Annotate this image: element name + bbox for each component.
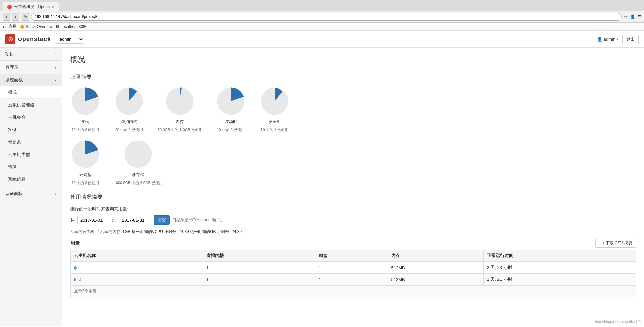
table-header-row: 云主机名称 虚拟内核 磁盘 内存 正常运行时间 — [71, 250, 636, 262]
localhost-favicon: 🖥 — [55, 24, 59, 29]
app: ⊙ openstack admin 👤 admin ▾ 退出 项目 › — [0, 31, 644, 326]
disk-tjt: 1 — [315, 262, 388, 274]
forward-button[interactable]: › — [12, 13, 19, 21]
url-input[interactable] — [31, 13, 622, 21]
chart-floating-ip-label: 浮动IP — [225, 119, 237, 125]
topbar: ⊙ openstack admin 👤 admin ▾ 退出 — [0, 31, 644, 48]
sidebar-item-flavors[interactable]: 云主机类型 — [0, 149, 62, 161]
apps-icon[interactable]: ⠿ — [3, 24, 6, 29]
usage-table: 云主机名称 虚拟内核 磁盘 内存 正常运行时间 tjt 1 1 512MB — [70, 250, 636, 285]
vcpu-test: 1 — [203, 274, 315, 285]
chart-vol-storage-sublabel: 1000.0GB 中的 4.0GB 已使用 — [114, 180, 163, 186]
col-memory: 内存 — [388, 250, 483, 262]
pie-floating-ip — [216, 86, 246, 116]
vm-link-test[interactable]: test — [74, 277, 81, 282]
openstack-logo: ⊙ openstack — [5, 34, 51, 44]
stackoverflow-favicon: 🔶 — [19, 24, 25, 29]
chevron-down-icon-2: ▾ — [55, 78, 56, 82]
chart-volumes: 云硬盘 10 中的 2 已使用 — [70, 139, 100, 186]
sidebar-item-overview[interactable]: 概况 — [0, 86, 62, 99]
disk-test: 1 — [315, 274, 388, 285]
admin-user-menu[interactable]: 👤 admin ▾ — [597, 37, 618, 42]
chevron-right-icon: › — [55, 52, 56, 56]
from-label: 从 — [70, 217, 75, 223]
sidebar-item-images[interactable]: 镜像 — [0, 161, 62, 173]
date-hint: 日期采是YYYY-mm-dd格式。 — [172, 217, 225, 223]
usage-stats: 活跃的云主机: 2 活跃的内存: 1GB 这一时期的VCPU-小时数: 24.8… — [70, 229, 636, 235]
chart-vol-storage-label: 卷存储 — [132, 172, 144, 178]
chart-memory: 内存 50.0GB 中的 1.0GB 已使用 — [158, 86, 202, 132]
col-vm-name: 云主机名称 — [71, 250, 203, 262]
pie-security-group — [259, 86, 290, 116]
sidebar-system-panel-header[interactable]: 系统面板 ▾ — [0, 74, 62, 86]
sidebar-item-host-aggregate[interactable]: 主机集合 — [0, 111, 62, 124]
usage-title: 使用情况摘要 — [70, 194, 636, 201]
usage-section-title: 用量 — [70, 240, 80, 246]
main-content: 概况 上限摘要 实例 10 中的 2 已使用 — [62, 48, 644, 326]
sidebar-admin-header[interactable]: 管理员 ▾ — [0, 61, 62, 74]
table-footer: 显示2个条目 — [70, 285, 636, 297]
uptime-tjt: 2 天, 23 小时 — [483, 262, 636, 274]
bookmark-localhost[interactable]: 🖥 .localhost:8080 — [55, 24, 88, 29]
chart-vcpu: 虚拟内核 20 中的 2 已使用 — [114, 86, 144, 132]
memory-tjt: 512MB — [388, 262, 483, 274]
sidebar-item-vm-manager[interactable]: 虚拟机管理器 — [0, 99, 62, 111]
vcpu-tjt: 1 — [203, 262, 315, 274]
chart-security-group-sublabel: 10 中的 1 已使用 — [260, 127, 288, 132]
pie-volumes — [70, 139, 100, 169]
active-tab[interactable]: 🔴 云主机概况 - Opens ✕ — [3, 2, 59, 11]
logo-text: openstack — [18, 36, 51, 43]
sidebar-item-sysinfo[interactable]: 系统信息 — [0, 173, 62, 186]
browser-chrome: 🔴 云主机概况 - Opens ✕ ‹ › ↻ ☆ 👤 ☰ ⠿ 应用 🔶 Sta… — [0, 0, 644, 31]
pie-memory — [165, 86, 195, 116]
chart-vcpu-sublabel: 20 中的 2 已使用 — [115, 127, 143, 132]
project-selector[interactable]: admin — [55, 35, 84, 44]
quota-section: 上限摘要 实例 10 中的 2 已使用 — [70, 74, 636, 186]
refresh-button[interactable]: ↻ — [22, 13, 29, 21]
chart-instances-label: 实例 — [81, 119, 89, 125]
date-filter: 从 到 提交 日期采是YYYY-mm-dd格式。 — [70, 215, 636, 225]
menu-icon[interactable]: ☰ — [637, 14, 641, 19]
bookmark-star-icon[interactable]: ☆ — [624, 14, 628, 19]
chart-vcpu-label: 虚拟内核 — [121, 119, 137, 125]
logout-button[interactable]: 退出 — [622, 35, 639, 44]
date-filter-label: 选择的一段时间来查询其用量: — [70, 206, 636, 212]
col-vcpu: 虚拟内核 — [203, 250, 315, 262]
usage-table-header: 用量 ↓ ↓ 下载 CSV 摘要 — [70, 239, 636, 248]
sidebar-item-instances[interactable]: 实例 — [0, 124, 62, 136]
chevron-right-icon-2: › — [55, 192, 56, 196]
vm-name-test: test — [71, 274, 203, 285]
to-date-input[interactable] — [119, 216, 151, 224]
chart-volumes-sublabel: 10 中的 2 已使用 — [72, 180, 99, 186]
tab-close-button[interactable]: ✕ — [52, 5, 55, 9]
chart-memory-sublabel: 50.0GB 中的 1.0GB 已使用 — [158, 127, 202, 132]
chart-instances: 实例 10 中的 2 已使用 — [70, 86, 100, 132]
quota-title: 上限摘要 — [70, 74, 636, 81]
user-icon: 👤 — [597, 37, 602, 42]
pie-instances — [70, 86, 100, 116]
bookmark-apps[interactable]: 应用 — [9, 24, 17, 29]
pie-vcpu — [114, 86, 144, 116]
sidebar-item-volumes[interactable]: 云硬盘 — [0, 136, 62, 149]
col-uptime: 正常运行时间 — [483, 250, 636, 262]
chevron-down-icon: ▾ — [617, 37, 618, 41]
memory-test: 512MB — [388, 274, 483, 285]
usage-section: 使用情况摘要 选择的一段时间来查询其用量: 从 到 提交 日期采是YYYY-mm… — [70, 194, 636, 297]
download-csv-button[interactable]: ↓ ↓ 下载 CSV 摘要 — [595, 239, 636, 248]
vm-link-tjt[interactable]: tjt — [74, 265, 77, 270]
sidebar-project-header[interactable]: 项目 › — [0, 48, 62, 61]
from-date-input[interactable] — [77, 216, 109, 224]
tab-bar: 🔴 云主机概况 - Opens ✕ — [0, 0, 644, 11]
vm-name-tjt: tjt — [71, 262, 203, 274]
address-bar: ‹ › ↻ ☆ 👤 ☰ — [0, 11, 644, 23]
submit-button[interactable]: 提交 — [154, 215, 170, 225]
chart-security-group-label: 安全组 — [269, 119, 281, 125]
sidebar-auth-panel-header[interactable]: 认证面板 › — [0, 187, 62, 200]
user-icon[interactable]: 👤 — [630, 14, 635, 19]
download-icon: ↓ — [599, 241, 601, 246]
uptime-test: 2 天, 21 小时 — [483, 274, 636, 285]
back-button[interactable]: ‹ — [3, 13, 10, 21]
chart-floating-ip: 浮动IP 10 中的 2 已使用 — [216, 86, 246, 132]
tab-favicon: 🔴 — [7, 5, 12, 9]
bookmark-stackoverflow[interactable]: 🔶 Stack Overflow — [19, 24, 53, 29]
